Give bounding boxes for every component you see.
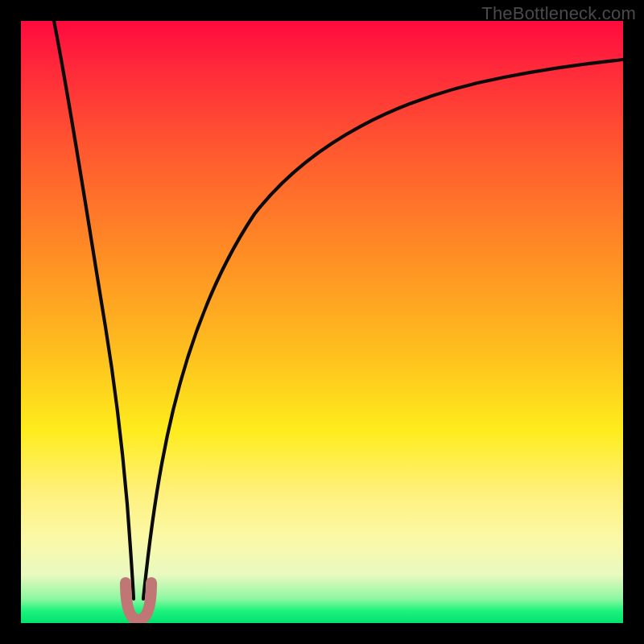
- watermark-label: TheBottleneck.com: [481, 3, 636, 24]
- chart-background-gradient: [21, 21, 623, 623]
- chart-frame: TheBottleneck.com: [0, 0, 644, 644]
